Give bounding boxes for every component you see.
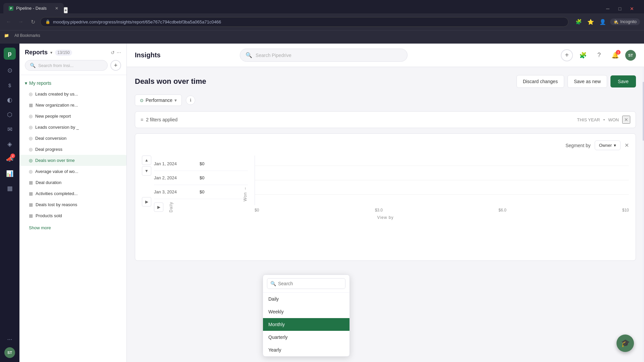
minimize-button[interactable]: ─ (602, 4, 613, 13)
help-button[interactable]: ? (593, 49, 605, 61)
discard-changes-button[interactable]: Discard changes (517, 75, 564, 88)
performance-label: Performance (146, 98, 172, 103)
chart-container: Segment by Owner ▾ ✕ ▲ ▼ ▶ (135, 133, 636, 261)
profile-button[interactable]: 👤 (598, 17, 607, 26)
header-avatar[interactable]: ST (625, 50, 636, 61)
close-button[interactable]: ✕ (627, 4, 637, 13)
forward-button[interactable]: → (16, 17, 25, 26)
reports-more-icon[interactable]: ··· (117, 50, 121, 56)
won-label: WON (608, 117, 619, 122)
report-item-deal-duration[interactable]: ▦ Deal duration (19, 177, 126, 188)
address-bar[interactable]: 🔒 moodjoy.pipedrive.com/progress/insight… (40, 17, 569, 27)
dropdown-item-monthly[interactable]: Monthly (263, 318, 350, 331)
report-item-deal-progress[interactable]: ◎ Deal progress (19, 144, 126, 155)
sidebar-item-home[interactable]: ⊙ (3, 64, 16, 77)
header-search[interactable]: 🔍 (240, 49, 408, 62)
report-item-products-sold[interactable]: ▦ Products sold (19, 210, 126, 221)
report-item-label: Deals lost by reasons (36, 202, 77, 207)
notifications-button[interactable]: 🔔 1 (609, 49, 621, 61)
scroll-down-button[interactable]: ▼ (142, 166, 151, 176)
add-button[interactable]: + (561, 49, 573, 61)
search-reports-input[interactable] (38, 63, 103, 68)
add-report-button[interactable]: + (110, 60, 121, 71)
report-item-label: New organization re... (36, 103, 78, 108)
help-fab-button[interactable]: 🎓 (616, 335, 634, 352)
reports-count: 13/150 (55, 50, 72, 56)
user-avatar[interactable]: ST (4, 347, 15, 358)
report-item-label: Average value of wo... (35, 169, 78, 174)
extensions-header-button[interactable]: 🧩 (577, 49, 589, 61)
filters-left: ≡ 2 filters applied (141, 117, 177, 122)
activities-icon: ⬡ (7, 111, 12, 118)
report-item-avg-value[interactable]: ◎ Average value of wo... (19, 166, 126, 177)
filter-close-button[interactable]: ✕ (622, 116, 630, 124)
tab-title: Pipeline - Deals (16, 6, 47, 11)
show-more-button[interactable]: Show more (29, 225, 51, 230)
segment-dropdown[interactable]: Owner ▾ (595, 140, 621, 150)
extensions-button[interactable]: 🧩 (574, 17, 583, 26)
sidebar-item-deals[interactable]: ◐ (3, 93, 16, 107)
report-toolbar: ⊙ Performance ▾ ℹ (135, 95, 636, 106)
report-item-new-org[interactable]: ▦ New organization re... (19, 100, 126, 111)
header-search-input[interactable] (256, 53, 402, 58)
browser-tab-active[interactable]: P Pipeline - Deals ✕ (3, 3, 64, 13)
dropdown-search-container[interactable]: 🔍 (263, 275, 350, 293)
new-tab-button[interactable]: + (64, 7, 68, 13)
save-button[interactable]: Save (610, 75, 636, 87)
report-item-deal-conversion[interactable]: ◎ Deal conversion (19, 133, 126, 144)
expand-button[interactable]: ▶ (142, 197, 151, 206)
back-button[interactable]: ← (4, 17, 13, 26)
report-item-leads-created[interactable]: ◎ Leads created by us... (19, 88, 126, 100)
dropdown-item-yearly[interactable]: Yearly (263, 344, 350, 356)
dropdown-item-weekly[interactable]: Weekly (263, 305, 350, 318)
date-2-value: $0 (200, 175, 204, 180)
products-sold-icon: ▦ (29, 213, 33, 218)
performance-button[interactable]: ⊙ Performance ▾ (135, 95, 182, 106)
dropdown-search-icon: 🔍 (270, 281, 276, 286)
sidebar-item-automations[interactable]: ▦ (3, 182, 16, 195)
info-button[interactable]: ℹ (186, 96, 195, 105)
maximize-button[interactable]: □ (614, 4, 625, 13)
lock-icon: 🔒 (45, 19, 50, 24)
filters-right: THIS YEAR • WON ✕ (577, 116, 630, 124)
expand-won-button[interactable]: ▶ (154, 202, 163, 212)
segment-close-button[interactable]: ✕ (625, 142, 629, 148)
date-2: Jan 2, 2024 (154, 175, 194, 180)
scroll-up-button[interactable]: ▲ (142, 156, 151, 165)
dropdown-item-daily[interactable]: Daily (263, 293, 350, 305)
sidebar-item-more[interactable]: ··· (3, 333, 16, 346)
performance-icon: ⊙ (140, 98, 144, 103)
reports-refresh-icon[interactable]: ↺ (111, 50, 115, 55)
bookmark-button[interactable]: ⭐ (586, 17, 595, 26)
sidebar-item-contacts[interactable]: ◈ (3, 137, 16, 151)
reports-sidebar: Reports ▾ 13/150 ↺ ··· 🔍 + ▾ M (19, 44, 127, 362)
report-item-leads-conversion[interactable]: ◎ Leads conversion by _ (19, 122, 126, 133)
sidebar-item-activities[interactable]: ⬡ (3, 108, 16, 121)
report-item-label: Leads conversion by _ (35, 125, 79, 130)
report-view: Deals won over time Discard changes Save… (127, 67, 644, 362)
app-logo[interactable]: p (4, 48, 16, 60)
sidebar-item-announcements[interactable]: 📣 2 (3, 152, 16, 166)
search-reports-container[interactable]: 🔍 (25, 60, 108, 71)
nav-sidebar: p ⊙ $ ◐ ⬡ ✉ ◈ 📣 2 📊 ▦ ··· (0, 44, 19, 362)
deals-won-icon: ◎ (29, 158, 33, 163)
dropdown-search-input[interactable] (267, 278, 345, 289)
report-item-new-people[interactable]: ◎ New people report (19, 111, 126, 122)
sidebar-item-reports[interactable]: 📊 (3, 167, 16, 180)
report-item-deals-lost[interactable]: ▦ Deals lost by reasons (19, 199, 126, 210)
report-item-label: Deal conversion (35, 136, 66, 141)
my-reports-label: My reports (29, 80, 51, 86)
dropdown-item-quarterly[interactable]: Quarterly (263, 331, 350, 344)
sidebar-item-leads[interactable]: $ (3, 78, 16, 92)
tab-close-button[interactable]: ✕ (55, 6, 58, 11)
x-axis-10: $10 (622, 208, 629, 213)
my-reports-header[interactable]: ▾ My reports (19, 78, 126, 88)
report-item-activities-completed[interactable]: ▦ Activities completed... (19, 188, 126, 199)
x-axis-6: $6.0 (498, 208, 506, 213)
refresh-button[interactable]: ↻ (28, 17, 38, 26)
sidebar-item-mail[interactable]: ✉ (3, 123, 16, 136)
report-item-label: Activities completed... (36, 191, 78, 196)
save-as-new-button[interactable]: Save as new (568, 75, 607, 88)
report-item-deals-won[interactable]: ◎ Deals won over time (19, 155, 126, 166)
report-item-label: Deal duration (36, 180, 61, 185)
